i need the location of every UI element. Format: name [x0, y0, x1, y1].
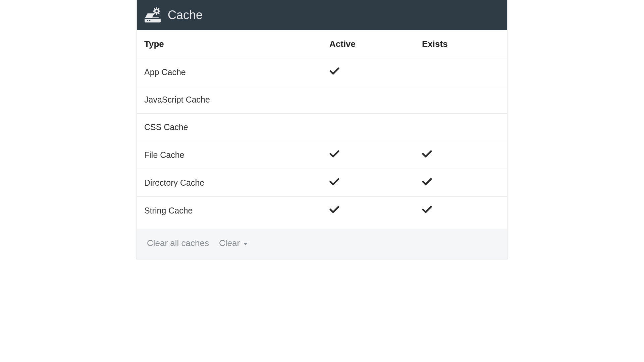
panel-header: Cache — [137, 0, 507, 30]
cache-drive-gear-icon — [144, 6, 162, 24]
check-icon — [422, 150, 432, 158]
cache-active-cell — [322, 114, 415, 141]
svg-rect-2 — [156, 7, 157, 9]
cache-active-cell — [322, 141, 415, 169]
table-row: CSS Cache — [137, 114, 507, 141]
column-header-type: Type — [137, 30, 322, 58]
column-header-exists: Exists — [415, 30, 507, 58]
check-icon — [329, 205, 339, 214]
svg-point-12 — [149, 20, 151, 21]
cache-type-cell: String Cache — [137, 197, 322, 229]
cache-exists-cell — [415, 114, 507, 141]
caret-down-icon — [243, 243, 248, 245]
panel-footer: Clear all caches Clear — [137, 229, 507, 259]
table-row: App Cache — [137, 58, 507, 86]
svg-point-1 — [155, 10, 158, 12]
cache-exists-cell — [415, 169, 507, 197]
table-row: File Cache — [137, 141, 507, 169]
cache-panel: Cache Type Active Exists App CacheJavaSc… — [137, 0, 507, 259]
check-icon — [422, 178, 432, 186]
table-row: Directory Cache — [137, 169, 507, 197]
cache-active-cell — [322, 86, 415, 114]
page-title: Cache — [168, 8, 203, 22]
cache-exists-cell — [415, 58, 507, 86]
cache-type-cell: App Cache — [137, 58, 322, 86]
svg-rect-13 — [145, 18, 160, 19]
cache-exists-cell — [415, 197, 507, 229]
check-icon — [329, 150, 339, 158]
cache-active-cell — [322, 197, 415, 229]
cache-table: Type Active Exists App CacheJavaScript C… — [137, 30, 507, 229]
cache-type-cell: Directory Cache — [137, 169, 322, 197]
cache-type-cell: File Cache — [137, 141, 322, 169]
cache-active-cell — [322, 58, 415, 86]
svg-rect-3 — [156, 13, 157, 15]
column-header-active: Active — [322, 30, 415, 58]
cache-exists-cell — [415, 86, 507, 114]
cache-type-cell: JavaScript Cache — [137, 86, 322, 114]
cache-type-cell: CSS Cache — [137, 114, 322, 141]
check-icon — [329, 67, 339, 75]
clear-dropdown-label: Clear — [219, 238, 240, 248]
svg-rect-4 — [153, 11, 155, 12]
table-row: String Cache — [137, 197, 507, 229]
check-icon — [422, 205, 432, 214]
cache-exists-cell — [415, 141, 507, 169]
svg-point-11 — [147, 20, 148, 21]
clear-dropdown-button[interactable]: Clear — [217, 237, 250, 250]
svg-rect-5 — [159, 11, 160, 12]
clear-all-caches-button[interactable]: Clear all caches — [145, 237, 211, 250]
table-row: JavaScript Cache — [137, 86, 507, 114]
check-icon — [329, 178, 339, 186]
table-header-row: Type Active Exists — [137, 30, 507, 58]
cache-active-cell — [322, 169, 415, 197]
